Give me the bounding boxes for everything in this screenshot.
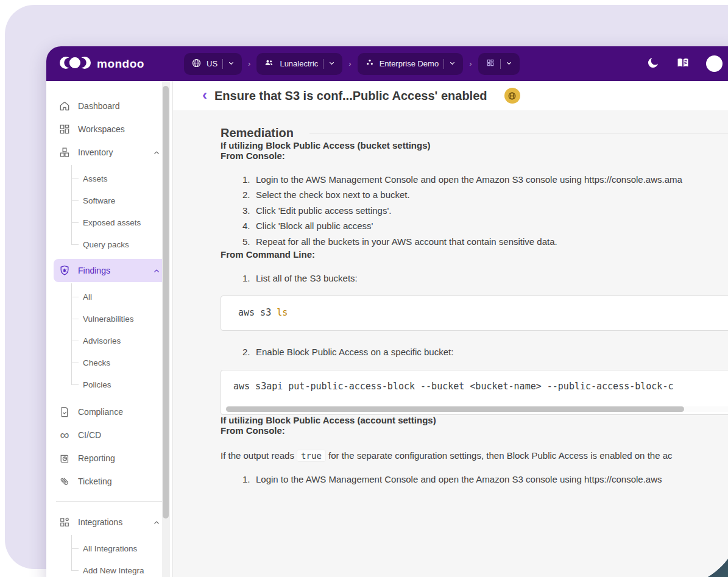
region-selector[interactable]: US: [184, 53, 242, 75]
code-scrollbar-thumb[interactable]: [226, 406, 684, 412]
sidebar-item-policies[interactable]: Policies: [71, 373, 170, 395]
sidebar-item-label: Dashboard: [78, 101, 165, 111]
sidebar-item-add-new-integration[interactable]: Add New Integra: [71, 559, 170, 577]
dark-mode-moon-icon[interactable]: [646, 56, 660, 72]
main-content: ‹ Ensure that S3 is conf...Public Access…: [173, 81, 728, 577]
globe-icon: [191, 58, 202, 70]
inline-code-true: true: [297, 450, 326, 462]
list-item: Enable Block Public Access on a specific…: [221, 344, 728, 359]
sidebar-item-label: Workspaces: [78, 124, 165, 134]
chevron-up-icon: [153, 519, 160, 526]
sidebar-item-workspaces[interactable]: Workspaces: [54, 118, 170, 141]
list-item: Login to the AWS Management Console and …: [221, 472, 728, 487]
chip-divider: [500, 59, 501, 69]
chevron-down-icon: [328, 59, 335, 68]
sidebar-item-query-packs[interactable]: Query packs: [71, 233, 170, 255]
chip-divider: [323, 59, 323, 69]
workspaces-icon: [58, 123, 71, 135]
chevron-down-icon: [506, 59, 512, 68]
docs-book-icon[interactable]: [676, 56, 690, 72]
code-block-put-public-access[interactable]: aws s3api put-public-access-block --buck…: [221, 370, 728, 415]
console-steps-list: Login to the AWS Management Console and …: [221, 172, 728, 249]
sidebar-item-dashboard[interactable]: Dashboard: [54, 94, 170, 118]
sidebar-item-findings[interactable]: Findings: [54, 259, 170, 282]
screenshot-canvas: mondoo US ›: [0, 0, 728, 577]
workspace-selector[interactable]: [478, 53, 520, 75]
sidebar-divider: [56, 501, 168, 502]
chip-divider: [222, 59, 223, 69]
sidebar: Dashboard Workspaces: [46, 81, 173, 577]
cmdline-step-1: List all of the S3 buckets:: [221, 271, 728, 286]
home-icon: [58, 100, 71, 112]
inventory-cubes-icon: [58, 146, 71, 158]
ticketing-paperclip-icon: [58, 475, 71, 487]
sidebar-item-label: Inventory: [78, 147, 153, 157]
sidebar-item-inventory[interactable]: Inventory: [54, 141, 170, 164]
code-block-aws-s3-ls[interactable]: aws s3 ls: [221, 296, 728, 331]
sidebar-item-label: Findings: [78, 266, 153, 275]
page-title-bar: ‹ Ensure that S3 is conf...Public Access…: [173, 81, 728, 110]
body-row: Dashboard Workspaces: [46, 81, 728, 577]
space-selector[interactable]: Enterprise Demo: [358, 53, 464, 75]
section-heading: Remediation: [221, 126, 294, 140]
list-item: Repeat for all the buckets in your AWS a…: [221, 234, 728, 249]
sidebar-item-all[interactable]: All: [71, 286, 170, 308]
sidebar-item-advisories[interactable]: Advisories: [71, 330, 170, 352]
remediation-page: Remediation If utilizing Block Public Ac…: [173, 110, 728, 487]
organization-selector[interactable]: Lunalectric: [256, 53, 342, 75]
app-bar: mondoo US ›: [46, 46, 728, 81]
findings-submenu: All Vulnerabilities Advisories Checks Po…: [71, 286, 170, 395]
list-item: List all of the S3 buckets:: [221, 271, 728, 286]
back-chevron-icon[interactable]: ‹: [202, 89, 207, 101]
workspace-grid-icon: [486, 58, 495, 69]
sidebar-item-label: CI/CD: [78, 430, 165, 440]
chip-divider: [444, 59, 444, 69]
sidebar-scrollbar[interactable]: [162, 81, 170, 577]
sidebar-item-software[interactable]: Software: [71, 189, 170, 211]
sidebar-item-ticketing[interactable]: Ticketing: [54, 470, 170, 493]
integrations-blocks-icon: [58, 516, 71, 528]
heading-rule: [309, 133, 728, 133]
sidebar-item-compliance[interactable]: Compliance: [54, 400, 170, 423]
account-settings-heading: If utilizing Block Public Access (accoun…: [221, 415, 728, 425]
sidebar-item-assets[interactable]: Assets: [71, 168, 170, 189]
chevron-down-icon: [228, 59, 235, 68]
integrations-submenu: All Integrations Add New Integra: [71, 537, 170, 577]
list-item: Select the check box next to a bucket.: [221, 187, 728, 202]
sidebar-item-reporting[interactable]: Reporting: [54, 447, 170, 470]
sidebar-item-vulnerabilities[interactable]: Vulnerabilities: [71, 308, 170, 330]
space-label: Enterprise Demo: [380, 59, 439, 68]
user-avatar[interactable]: [706, 55, 723, 72]
aws-globe-badge-icon: [504, 88, 520, 104]
sidebar-item-exposed-assets[interactable]: Exposed assets: [71, 211, 170, 233]
inventory-submenu: Assets Software Exposed assets Query pac…: [71, 168, 170, 255]
code-horizontal-scrollbar[interactable]: [226, 406, 728, 412]
breadcrumb: US › Lunalectric: [173, 53, 520, 75]
section-heading-row: Remediation: [221, 126, 728, 140]
app-window: mondoo US ›: [46, 46, 728, 577]
sidebar-item-label: Compliance: [78, 407, 165, 417]
sidebar-item-label: Reporting: [78, 453, 165, 463]
sidebar-item-checks[interactable]: Checks: [71, 352, 170, 373]
sidebar-item-label: Ticketing: [78, 476, 165, 486]
breadcrumb-separator: ›: [348, 59, 351, 68]
paragraph-text: for the separate configuration settings,…: [326, 450, 673, 461]
breadcrumb-separator: ›: [469, 59, 472, 68]
chevron-up-icon: [153, 149, 160, 156]
logo-wordmark: mondoo: [97, 57, 144, 71]
region-label: US: [207, 59, 217, 68]
sidebar-item-integrations[interactable]: Integrations: [54, 511, 170, 534]
output-paragraph: If the output reads true for the separat…: [221, 450, 728, 461]
code-token-highlight: ls: [277, 307, 288, 318]
cicd-infinity-icon: ∞: [58, 429, 71, 441]
breadcrumb-separator: ›: [248, 59, 250, 68]
paragraph-text: If the output reads: [221, 450, 297, 461]
mondoo-logo[interactable]: mondoo: [46, 55, 173, 73]
code-text: aws s3: [238, 307, 277, 318]
organization-label: Lunalectric: [280, 59, 318, 68]
sidebar-item-cicd[interactable]: ∞ CI/CD: [54, 423, 170, 447]
account-steps-list: Login to the AWS Management Console and …: [221, 472, 728, 487]
sidebar-scrollbar-thumb[interactable]: [163, 86, 169, 519]
sidebar-item-all-integrations[interactable]: All Integrations: [71, 537, 170, 559]
list-item: Login to the AWS Management Console and …: [221, 172, 728, 187]
